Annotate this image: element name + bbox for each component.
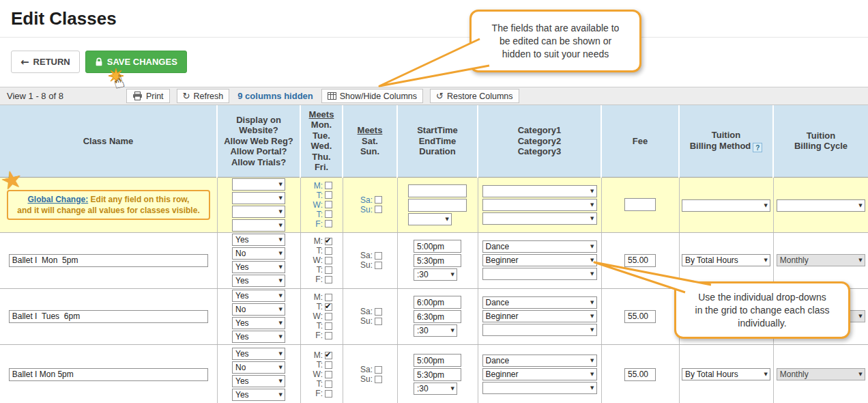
display-website-select[interactable]: Yes▼ <box>232 290 285 302</box>
refresh-button[interactable]: ↻ Refresh <box>177 89 230 103</box>
dropdown-arrow-icon: ▼ <box>590 216 594 221</box>
category2-select[interactable]: Beginner▼ <box>482 368 597 380</box>
global-duration-select[interactable]: ▼ <box>408 213 452 225</box>
meets-tue-checkbox[interactable] <box>325 303 332 311</box>
global-fee-input[interactable] <box>624 198 656 211</box>
global-meets-fri-checkbox[interactable] <box>325 220 332 227</box>
meets-sat-checkbox[interactable] <box>375 252 382 260</box>
meets-fri-checkbox[interactable] <box>325 276 332 283</box>
meets-wed-checkbox[interactable] <box>325 313 332 320</box>
global-change-link[interactable]: Global Change: <box>28 195 89 204</box>
meets-mon-checkbox[interactable] <box>325 294 332 301</box>
meets-sun-checkbox[interactable] <box>375 318 382 325</box>
dropdown-arrow-icon: ▼ <box>590 327 594 333</box>
meets-mon-checkbox[interactable] <box>325 352 332 359</box>
allow-portal-select[interactable]: Yes▼ <box>232 317 285 329</box>
global-meets-sat-checkbox[interactable] <box>375 196 382 204</box>
fee-cell <box>601 232 679 288</box>
allow-webreg-select[interactable]: No▼ <box>232 361 285 374</box>
global-end-time-input[interactable] <box>408 199 467 212</box>
fee-input[interactable] <box>624 368 656 381</box>
start-time-input[interactable] <box>414 354 461 367</box>
display-website-select[interactable]: Yes▼ <box>232 234 285 246</box>
category3-select[interactable]: ▼ <box>482 382 597 394</box>
restore-columns-button[interactable]: ↺ Restore Columns <box>430 89 519 103</box>
display-options-cell: Yes▼ No▼ Yes▼ Yes▼ <box>217 344 300 403</box>
allow-portal-select[interactable]: Yes▼ <box>232 261 285 273</box>
allow-trials-select[interactable]: Yes▼ <box>232 275 285 287</box>
class-name-input[interactable] <box>9 254 208 267</box>
allow-trials-select[interactable]: Yes▼ <box>232 331 285 343</box>
meets-sun-checkbox[interactable] <box>375 262 382 269</box>
duration-select[interactable]: :30▼ <box>414 268 457 281</box>
global-category1-select[interactable]: ▼ <box>482 185 597 197</box>
meets-sat-checkbox[interactable] <box>375 308 382 316</box>
dropdown-arrow-icon: ▼ <box>590 244 594 249</box>
billing-method-select[interactable]: By Total Hours▼ <box>682 254 770 266</box>
show-hide-columns-button[interactable]: Show/Hide Columns <box>321 89 423 103</box>
end-time-input[interactable] <box>414 310 461 323</box>
print-button[interactable]: Print <box>126 89 170 103</box>
display-website-select[interactable]: Yes▼ <box>232 348 285 360</box>
global-billing-cycle-select[interactable]: ▼ <box>777 199 865 212</box>
allow-webreg-select[interactable]: No▼ <box>232 303 285 316</box>
dropdown-arrow-icon: ▼ <box>279 351 283 357</box>
duration-select[interactable]: :30▼ <box>414 324 457 337</box>
dropdown-arrow-icon: ▼ <box>279 378 283 384</box>
meets-tue-checkbox[interactable] <box>325 247 332 255</box>
global-allow-trials-select[interactable]: ▼ <box>232 219 285 232</box>
fee-input[interactable] <box>624 310 656 323</box>
save-changes-button[interactable]: SAVE CHANGES <box>85 51 187 73</box>
class-name-input[interactable] <box>9 310 208 323</box>
duration-select[interactable]: :30▼ <box>414 383 457 395</box>
meets-thu-checkbox[interactable] <box>325 380 332 388</box>
category2-select[interactable]: Beginner▼ <box>482 254 597 266</box>
meets-fri-checkbox[interactable] <box>325 332 332 339</box>
billing-method-select[interactable]: By Total Hours▼ <box>682 368 770 380</box>
global-category3-select[interactable]: ▼ <box>482 212 597 225</box>
global-meets-tue-checkbox[interactable] <box>325 191 332 199</box>
allow-portal-select[interactable]: Yes▼ <box>232 375 285 387</box>
dropdown-arrow-icon: ▼ <box>451 386 454 391</box>
end-time-input[interactable] <box>414 254 461 267</box>
allow-webreg-select[interactable]: No▼ <box>232 247 285 260</box>
global-display-website-select[interactable]: ▼ <box>232 178 285 191</box>
meets-mon-checkbox[interactable] <box>325 238 332 245</box>
meets-thu-checkbox[interactable] <box>325 266 332 274</box>
category1-select[interactable]: Dance▼ <box>482 355 597 367</box>
global-meets-mon-checkbox[interactable] <box>325 182 332 189</box>
allow-trials-select[interactable]: Yes▼ <box>232 389 285 401</box>
meets-weekdays-cell: M: T: W: T: F: <box>300 344 343 403</box>
global-meets-thu-checkbox[interactable] <box>325 210 332 218</box>
global-allow-portal-select[interactable]: ▼ <box>232 206 285 218</box>
category1-select[interactable]: Dance▼ <box>482 296 597 309</box>
page-title: Edit Classes <box>11 8 857 29</box>
meets-sat-checkbox[interactable] <box>375 366 382 374</box>
start-time-input[interactable] <box>414 296 461 309</box>
help-icon[interactable]: ? <box>753 143 762 152</box>
global-start-time-input[interactable] <box>408 184 467 197</box>
global-category2-select[interactable]: ▼ <box>482 199 597 211</box>
meets-sun-checkbox[interactable] <box>375 376 382 383</box>
meets-tue-checkbox[interactable] <box>325 361 332 369</box>
global-change-text-2: and it will change all values for classe… <box>17 206 199 215</box>
global-meets-wed-checkbox[interactable] <box>325 201 332 208</box>
category2-select[interactable]: Beginner▼ <box>482 310 597 322</box>
category3-select[interactable]: ▼ <box>482 324 597 336</box>
start-time-input[interactable] <box>414 240 461 253</box>
fee-input[interactable] <box>624 254 656 267</box>
global-allow-webreg-select[interactable]: ▼ <box>232 192 285 204</box>
dropdown-arrow-icon: ▼ <box>279 278 283 283</box>
meets-thu-checkbox[interactable] <box>325 322 332 330</box>
meets-wed-checkbox[interactable] <box>325 257 332 264</box>
meets-wed-checkbox[interactable] <box>325 371 332 378</box>
category1-select[interactable]: Dance▼ <box>482 240 597 253</box>
col-header-display-options: Display on Website? Allow Web Reg? Allow… <box>217 105 300 177</box>
global-meets-sun-checkbox[interactable] <box>375 206 382 213</box>
meets-fri-checkbox[interactable] <box>325 390 332 398</box>
global-billing-method-select[interactable]: ▼ <box>682 199 770 212</box>
return-button[interactable]: ← RETURN <box>11 51 80 73</box>
end-time-input[interactable] <box>414 368 461 381</box>
class-name-input[interactable] <box>9 368 208 381</box>
category3-select[interactable]: ▼ <box>482 268 597 280</box>
